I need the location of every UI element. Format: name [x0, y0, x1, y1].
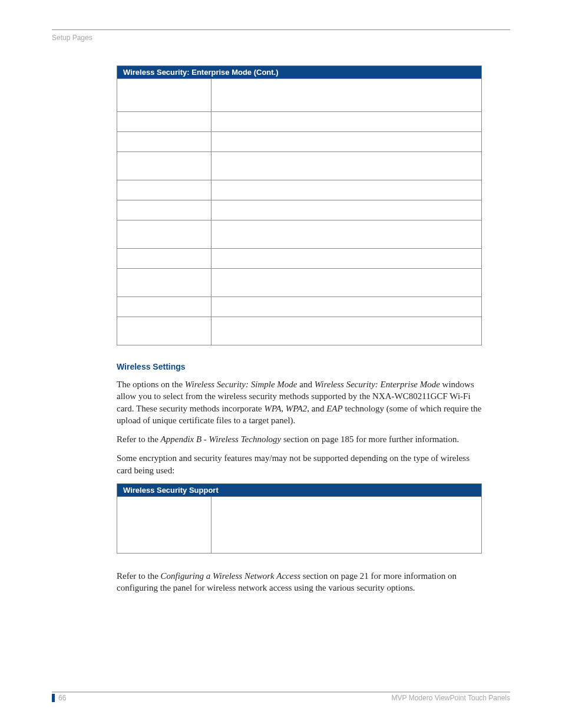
table-cell: [117, 269, 211, 297]
table-cell: [211, 200, 482, 220]
table-cell: [211, 249, 482, 269]
table-cell: [211, 220, 482, 249]
page-number-marker: [52, 694, 55, 702]
table-cell: [117, 112, 211, 132]
section-heading-wireless-settings: Wireless Settings: [117, 362, 482, 371]
page-footer: 66 MVP Modero ViewPoint Touch Panels: [52, 691, 510, 702]
table-cell: [117, 496, 211, 553]
table-cell: [117, 297, 211, 317]
paragraph-3: Some encryption and security features ma…: [117, 452, 482, 476]
table-cell: [211, 132, 482, 152]
table-cell: [211, 317, 482, 345]
table-cell: [211, 496, 482, 553]
table-cell: [117, 317, 211, 345]
paragraph-2: Refer to the Appendix B - Wireless Techn…: [117, 433, 482, 445]
table-cell: [211, 269, 482, 297]
table-cell: [211, 112, 482, 132]
table-enterprise-mode: Wireless Security: Enterprise Mode (Cont…: [117, 65, 482, 345]
paragraph-4: Refer to the Configuring a Wireless Netw…: [117, 570, 482, 594]
table-cell: [211, 180, 482, 200]
table-cell: [117, 79, 211, 112]
table-cell: [117, 220, 211, 249]
paragraph-1: The options on the Wireless Security: Si…: [117, 378, 482, 426]
table-cell: [117, 152, 211, 180]
table1-title: Wireless Security: Enterprise Mode (Cont…: [117, 66, 482, 79]
footer-doc-title: MVP Modero ViewPoint Touch Panels: [392, 694, 510, 702]
table-cell: [211, 152, 482, 180]
table-cell: [117, 132, 211, 152]
table2-title: Wireless Security Support: [117, 483, 482, 496]
page-number: 66: [58, 694, 66, 702]
table-cell: [117, 180, 211, 200]
table-cell: [117, 200, 211, 220]
table-cell: [117, 249, 211, 269]
table-cell: [211, 79, 482, 112]
table-security-support: Wireless Security Support: [117, 483, 482, 554]
running-head: Setup Pages: [52, 34, 510, 42]
table-cell: [211, 297, 482, 317]
top-rule: [52, 29, 510, 30]
